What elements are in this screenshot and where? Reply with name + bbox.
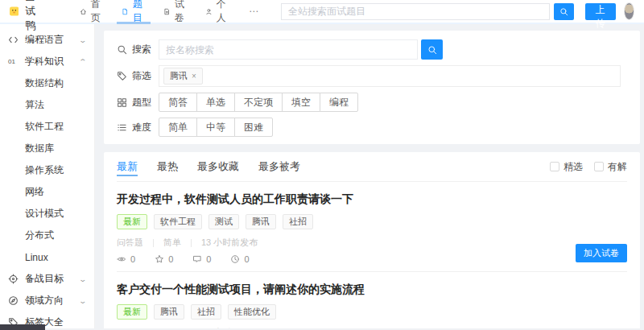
question-item: 客户交付一个性能测试项目，请阐述你的实施流程 最新 腾讯 社招 性能优化 问答题…	[117, 272, 627, 328]
checkbox-has-answer[interactable]: 有解	[594, 160, 627, 174]
difficulty-option-easy[interactable]: 简单	[159, 118, 197, 137]
sidebar-item-prep-target[interactable]: 备战目标 ⌄	[0, 268, 94, 290]
add-to-paper-button[interactable]: 加入试卷	[576, 244, 627, 262]
comment-icon	[192, 254, 202, 264]
tab-newest[interactable]: 最新	[117, 152, 138, 181]
question-meta: 问答题 简单 13 小时前发布	[117, 237, 627, 249]
checkbox-icon	[594, 162, 604, 171]
checkbox-featured[interactable]: 精选	[550, 160, 583, 174]
question-stats: 0 0 0 0	[117, 254, 627, 264]
nav-home[interactable]: 首页	[80, 0, 104, 23]
type-option-multiple-choice[interactable]: 不定项	[234, 93, 283, 112]
question-type-label: 题型	[117, 96, 159, 109]
question-tags: 最新 软件工程 测试 腾讯 社招	[117, 214, 627, 229]
sidebar-item-operating-system[interactable]: 操作系统	[0, 159, 94, 181]
tag-badge[interactable]: 社招	[191, 304, 221, 320]
question-type-group: 简答 单选 不定项 填空 编程	[159, 93, 358, 112]
app-logo[interactable]: 面试鸭	[10, 0, 43, 33]
home-icon	[80, 6, 87, 17]
list-icon	[117, 122, 127, 133]
user-icon	[205, 6, 213, 17]
selected-tags-box[interactable]: 腾讯 ×	[159, 65, 621, 87]
bottom-cutoff-widget	[0, 324, 45, 330]
main-nav: 首页 题目 试卷 个人 ⋯	[80, 0, 260, 23]
code-icon	[8, 35, 19, 45]
nav-papers[interactable]: 试卷	[163, 0, 188, 23]
type-option-short-answer[interactable]: 简答	[159, 93, 197, 112]
sidebar-item-distributed[interactable]: 分布式	[0, 225, 94, 246]
tag-badge[interactable]: 测试	[208, 214, 239, 229]
sidebar-item-network[interactable]: 网络	[0, 181, 94, 203]
badge-newest[interactable]: 最新	[117, 304, 147, 320]
clock-icon	[230, 254, 240, 264]
badge-newest[interactable]: 最新	[117, 214, 147, 229]
search-icon	[427, 45, 437, 55]
duck-logo-icon	[10, 3, 19, 19]
target-icon	[8, 274, 19, 284]
type-option-single-choice[interactable]: 单选	[196, 93, 235, 112]
sidebar-item-design-patterns[interactable]: 设计模式	[0, 203, 94, 225]
app-title: 面试鸭	[25, 0, 43, 33]
grid-icon	[117, 97, 127, 108]
difficulty-option-hard[interactable]: 困难	[234, 118, 273, 137]
close-icon[interactable]: ×	[192, 72, 196, 80]
upload-button[interactable]: 上传	[585, 3, 616, 20]
tag-badge[interactable]: 腾讯	[246, 214, 276, 229]
filter-panel: 搜索 筛选 腾讯 ×	[104, 31, 640, 144]
tab-most-tested[interactable]: 最多被考	[258, 152, 300, 181]
search-icon	[117, 44, 127, 55]
sidebar-item-software-engineering[interactable]: 软件工程	[0, 116, 94, 138]
eye-icon	[117, 254, 126, 264]
question-difficulty: 简单	[163, 237, 181, 249]
sidebar-item-linux[interactable]: Linux	[0, 246, 94, 268]
comments-stat[interactable]: 0	[192, 254, 211, 264]
tab-most-favorited[interactable]: 最多收藏	[197, 152, 239, 181]
question-title[interactable]: 客户交付一个性能测试项目，请阐述你的实施流程	[117, 283, 627, 297]
nav-more[interactable]: ⋯	[249, 6, 260, 17]
search-icon	[559, 7, 568, 16]
selected-tag-chip[interactable]: 腾讯 ×	[163, 68, 203, 85]
sidebar-item-domain-direction[interactable]: 领域方向 ⌄	[0, 290, 94, 311]
global-search-button[interactable]	[554, 3, 574, 20]
question-tags: 最新 腾讯 社招 性能优化	[117, 304, 627, 320]
main-content: 搜索 筛选 腾讯 ×	[95, 24, 644, 328]
user-avatar[interactable]	[624, 2, 634, 20]
sidebar-item-database[interactable]: 数据库	[0, 138, 94, 159]
difficulty-label: 难度	[117, 121, 159, 134]
question-list-panel: 最新 最热 最多收藏 最多被考 精选 有解 开发过程中，软件测试人员	[104, 152, 640, 328]
type-option-fill-blank[interactable]: 填空	[282, 93, 320, 112]
attempts-stat: 0	[230, 254, 249, 264]
search-row: 搜索	[117, 39, 627, 60]
tag-badge[interactable]: 软件工程	[154, 214, 202, 229]
type-option-coding[interactable]: 编程	[320, 93, 358, 112]
global-search-input[interactable]	[281, 3, 550, 20]
sidebar-item-algorithm[interactable]: 算法	[0, 94, 94, 116]
sidebar-item-data-structure[interactable]: 数据结构	[0, 72, 94, 94]
question-search-input[interactable]	[159, 39, 418, 60]
search-label: 搜索	[117, 43, 159, 56]
left-sidebar: 编程语言 ⌄ 01 学科知识 ⌃ 数据结构 算法 软件工程 数据库 操作系统 网…	[0, 24, 95, 328]
paper-icon	[163, 6, 171, 17]
chevron-down-icon: ⌄	[79, 297, 88, 305]
question-type-row: 题型 简答 单选 不定项 填空 编程	[117, 93, 627, 112]
global-search	[281, 3, 574, 20]
tab-hottest[interactable]: 最热	[157, 152, 178, 181]
question-search-button[interactable]	[421, 39, 443, 60]
chevron-down-icon: ⌄	[79, 36, 88, 44]
difficulty-option-medium[interactable]: 中等	[196, 118, 235, 137]
tag-badge[interactable]: 性能优化	[228, 304, 276, 320]
tag-badge[interactable]: 腾讯	[154, 304, 184, 320]
question-item: 开发过程中，软件测试人员的工作职责请谈一下 最新 软件工程 测试 腾讯 社招 问…	[117, 182, 627, 272]
stars-stat[interactable]: 0	[155, 254, 173, 264]
nav-profile[interactable]: 个人	[205, 0, 229, 23]
number-01-icon: 01	[8, 58, 19, 65]
sidebar-item-subject-knowledge[interactable]: 01 学科知识 ⌃	[0, 51, 94, 72]
document-icon	[122, 6, 129, 17]
question-published-time: 13 小时前发布	[201, 327, 258, 328]
tag-badge[interactable]: 社招	[283, 214, 313, 229]
question-title[interactable]: 开发过程中，软件测试人员的工作职责请谈一下	[117, 192, 627, 207]
top-header: 面试鸭 首页 题目 试卷 个人 ⋯ 上传	[0, 0, 644, 24]
sort-tabbar: 最新 最热 最多收藏 最多被考 精选 有解	[117, 152, 627, 182]
nav-questions[interactable]: 题目	[122, 0, 146, 23]
checkbox-icon	[550, 162, 559, 171]
